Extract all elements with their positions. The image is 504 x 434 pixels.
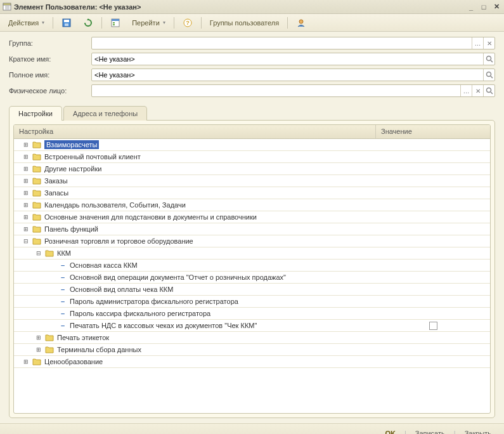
tree-item[interactable]: ⊞–Пароль кассира фискального регистратор… <box>14 308 490 320</box>
group-input[interactable] <box>92 37 472 49</box>
lookup-button[interactable] <box>483 53 494 65</box>
tree-item[interactable]: ⊞–Основная касса ККМ <box>14 260 490 272</box>
tree-folder[interactable]: ⊟Розничная торговля и торговое оборудова… <box>14 235 490 247</box>
tree-folder[interactable]: ⊞Ценообразование <box>14 356 490 368</box>
svg-point-14 <box>299 20 303 23</box>
fullname-input[interactable] <box>92 69 483 81</box>
tree-folder[interactable]: ⊞Печать этикеток <box>14 332 490 344</box>
close-footer-button[interactable]: Закрыть <box>460 428 496 435</box>
collapse-toggle[interactable]: ⊟ <box>35 249 42 257</box>
checkbox[interactable] <box>429 322 437 330</box>
tabpanel-settings: Настройка Значение ⊞Взаиморасчеты⊞Встрое… <box>9 120 495 418</box>
save-icon-button[interactable] <box>57 16 76 30</box>
tree-value-cell[interactable] <box>376 322 490 330</box>
tree-folder[interactable]: ⊞Другие настройки <box>14 163 490 175</box>
settings-tree[interactable]: ⊞Взаиморасчеты⊞Встроенный почтовый клиен… <box>14 139 490 413</box>
maximize-button[interactable]: □ <box>479 3 489 11</box>
form-icon <box>110 18 120 28</box>
tree-item[interactable]: ⊞–Основной вид операции документа "Отчет… <box>14 272 490 284</box>
tree-folder[interactable]: ⊞Календарь пользователя, События, Задачи <box>14 199 490 211</box>
column-setting[interactable]: Настройка <box>14 125 376 138</box>
select-button[interactable]: … <box>472 37 483 49</box>
actions-menu[interactable]: Действия <box>4 17 49 29</box>
tree-label: Печатать НДС в кассовых чеках из докумен… <box>70 322 257 329</box>
tree-folder[interactable]: ⊞Заказы <box>14 175 490 187</box>
tree-label: Печать этикеток <box>57 334 109 341</box>
expand-toggle[interactable]: ⊞ <box>35 346 42 353</box>
save-button[interactable]: Записать <box>410 428 450 435</box>
help-icon-button[interactable]: ? <box>178 16 197 30</box>
property-icon: – <box>57 261 67 270</box>
folder-icon <box>32 188 42 197</box>
tree-folder[interactable]: ⊞Основные значения для подстановки в док… <box>14 211 490 223</box>
tab-addresses[interactable]: Адреса и телефоны <box>63 106 147 121</box>
form-area: Группа: … ✕ Краткое имя: Полное имя: Физ… <box>0 32 504 103</box>
svg-rect-9 <box>112 19 119 21</box>
settings-table: Настройка Значение ⊞Взаиморасчеты⊞Встрое… <box>13 124 491 414</box>
expand-toggle[interactable]: ⊞ <box>22 141 30 148</box>
folder-icon <box>44 333 55 342</box>
folder-icon <box>32 152 42 161</box>
form-settings-icon-button[interactable] <box>106 16 125 30</box>
shortname-label: Краткое имя: <box>9 55 91 63</box>
user-groups-button[interactable]: Группы пользователя <box>205 17 283 29</box>
expand-toggle[interactable]: ⊞ <box>22 165 30 173</box>
expand-toggle[interactable]: ⊞ <box>22 153 30 161</box>
svg-line-20 <box>491 92 493 94</box>
goto-menu[interactable]: Перейти <box>127 17 170 29</box>
tree-label: Основные значения для подстановки в доку… <box>44 213 257 221</box>
expand-toggle[interactable]: ⊞ <box>22 213 30 221</box>
refresh-icon-button[interactable] <box>79 16 98 30</box>
column-value[interactable]: Значение <box>376 125 490 138</box>
collapse-toggle[interactable]: ⊟ <box>22 237 30 245</box>
expand-toggle[interactable]: ⊞ <box>22 189 30 197</box>
svg-rect-7 <box>65 23 68 26</box>
folder-icon <box>32 357 42 366</box>
person-input[interactable] <box>92 85 460 96</box>
tree-label: Панель функций <box>44 225 98 233</box>
tree-item[interactable]: ⊞–Основной вид оплаты чека ККМ <box>14 284 490 296</box>
property-icon: – <box>57 297 67 306</box>
folder-icon <box>32 176 42 185</box>
expand-toggle[interactable]: ⊞ <box>22 358 30 365</box>
expand-toggle[interactable]: ⊞ <box>35 334 42 341</box>
tree-label: Другие настройки <box>44 165 101 173</box>
tree-folder[interactable]: ⊞Встроенный почтовый клиент <box>14 151 490 163</box>
expand-toggle[interactable]: ⊞ <box>22 225 30 233</box>
window-title: Элемент Пользователи: <Не указан> <box>14 3 466 11</box>
folder-icon <box>44 345 55 354</box>
expand-toggle[interactable]: ⊞ <box>22 177 30 185</box>
select-button[interactable]: … <box>460 85 472 96</box>
tree-folder[interactable]: ⊞Взаиморасчеты <box>14 139 490 151</box>
user-icon-button[interactable] <box>292 16 311 30</box>
folder-icon <box>32 237 42 246</box>
property-icon: – <box>57 309 67 318</box>
tree-label: ККМ <box>57 249 71 257</box>
tree-label: Встроенный почтовый клиент <box>44 153 141 161</box>
clear-button[interactable]: ✕ <box>483 37 494 49</box>
folder-icon <box>44 249 55 258</box>
lookup-button[interactable] <box>483 69 494 81</box>
svg-rect-11 <box>113 24 115 25</box>
close-button[interactable]: ✕ <box>491 3 501 11</box>
expand-toggle[interactable]: ⊞ <box>22 201 30 209</box>
tree-folder[interactable]: ⊟ККМ <box>14 247 490 260</box>
shortname-input[interactable] <box>92 53 483 65</box>
tab-settings[interactable]: Настройки <box>9 106 62 121</box>
clear-button[interactable]: ✕ <box>472 85 483 96</box>
svg-point-17 <box>486 72 491 77</box>
ok-button[interactable]: OK <box>380 428 401 435</box>
tree-label: Заказы <box>44 177 68 185</box>
titlebar: Элемент Пользователи: <Не указан> _ □ ✕ <box>0 0 504 14</box>
minimize-button[interactable]: _ <box>466 3 476 11</box>
folder-icon <box>32 213 42 221</box>
lookup-button[interactable] <box>483 85 494 96</box>
tree-label: Розничная торговля и торговое оборудован… <box>44 237 193 245</box>
tree-item[interactable]: ⊞–Печатать НДС в кассовых чеках из докум… <box>14 320 490 332</box>
group-label: Группа: <box>9 39 91 47</box>
svg-line-16 <box>491 60 493 62</box>
tree-folder[interactable]: ⊞Запасы <box>14 187 490 199</box>
tree-folder[interactable]: ⊞Панель функций <box>14 223 490 235</box>
tree-folder[interactable]: ⊞Терминалы сбора данных <box>14 344 490 356</box>
tree-item[interactable]: ⊞–Пароль администратора фискального реги… <box>14 296 490 308</box>
